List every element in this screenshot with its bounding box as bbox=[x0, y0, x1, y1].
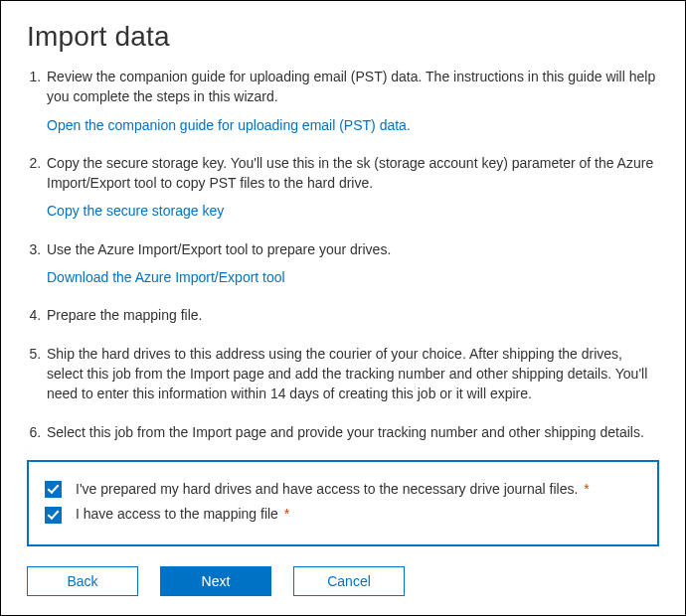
step-2-text: Copy the secure storage key. You'll use … bbox=[47, 153, 659, 194]
confirm-label-1: I've prepared my hard drives and have ac… bbox=[76, 480, 590, 500]
download-tool-link[interactable]: Download the Azure Import/Export tool bbox=[47, 267, 285, 287]
required-asterisk: * bbox=[284, 506, 289, 522]
step-4: Prepare the mapping file. bbox=[45, 305, 659, 325]
wizard-buttons: Back Next Cancel bbox=[27, 566, 659, 596]
copy-storage-key-link[interactable]: Copy the secure storage key bbox=[47, 201, 224, 221]
step-1-text: Review the companion guide for uploading… bbox=[47, 67, 659, 107]
cancel-button[interactable]: Cancel bbox=[293, 566, 405, 596]
back-button[interactable]: Back bbox=[27, 566, 138, 596]
step-5-text: Ship the hard drives to this address usi… bbox=[47, 344, 659, 404]
step-4-text: Prepare the mapping file. bbox=[47, 305, 659, 325]
steps-list: Review the companion guide for uploading… bbox=[27, 67, 659, 442]
step-3-text: Use the Azure Import/Export tool to prep… bbox=[47, 239, 659, 259]
next-button[interactable]: Next bbox=[160, 566, 271, 596]
step-6: Select this job from the Import page and… bbox=[45, 422, 659, 442]
confirm-row-1: I've prepared my hard drives and have ac… bbox=[45, 480, 641, 500]
required-asterisk: * bbox=[584, 481, 589, 497]
page-title: Import data bbox=[27, 21, 659, 53]
confirm-text-2: I have access to the mapping file bbox=[76, 506, 278, 522]
step-5: Ship the hard drives to this address usi… bbox=[45, 344, 659, 404]
confirm-text-1: I've prepared my hard drives and have ac… bbox=[76, 481, 578, 497]
step-6-text: Select this job from the Import page and… bbox=[47, 422, 659, 442]
checkbox-mapping-file[interactable] bbox=[45, 507, 62, 524]
confirmation-box: I've prepared my hard drives and have ac… bbox=[27, 460, 659, 546]
companion-guide-link[interactable]: Open the companion guide for uploading e… bbox=[47, 115, 411, 135]
step-2: Copy the secure storage key. You'll use … bbox=[45, 153, 659, 222]
confirm-row-2: I have access to the mapping file * bbox=[45, 505, 641, 525]
step-3: Use the Azure Import/Export tool to prep… bbox=[45, 239, 659, 288]
step-1: Review the companion guide for uploading… bbox=[45, 67, 659, 135]
checkbox-prepared-drives[interactable] bbox=[45, 481, 62, 498]
confirm-label-2: I have access to the mapping file * bbox=[76, 505, 289, 525]
